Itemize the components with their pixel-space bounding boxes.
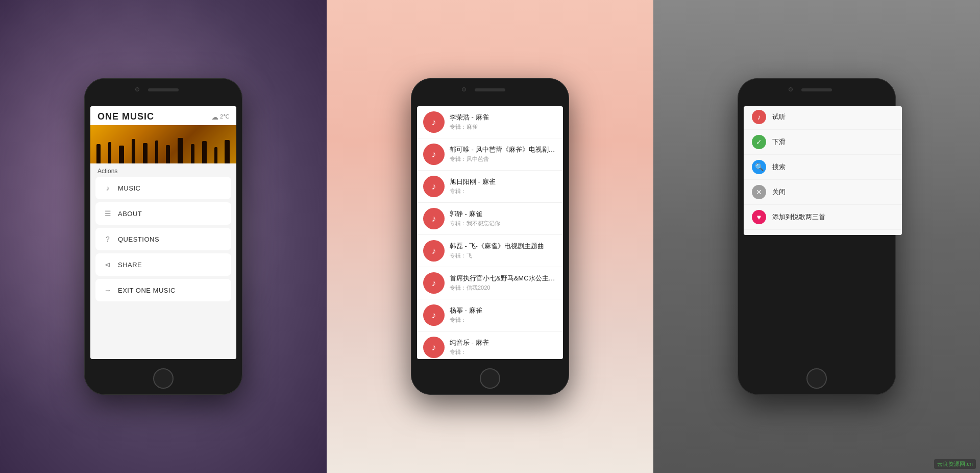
phone-2: ♪ 李荣浩 - 麻雀 专辑：麻雀 ♪ 郁可唯 - 风中芭蕾《麻雀》电视剧推广曲 …	[411, 78, 569, 395]
context-action-添加到悦歌两三首[interactable]: ♥ 添加到悦歌两三首	[744, 205, 902, 230]
song-icon: ♪	[423, 111, 445, 133]
song-album: 专辑：飞	[450, 252, 557, 259]
song-album: 专辑：	[450, 187, 557, 195]
phone-3: ♪ 李荣浩 - 麻雀 专辑：麻雀 ♪ 郁可唯 - 风中芭蕾《麻雀》电视剧推广曲 …	[738, 78, 896, 395]
silhouette	[225, 140, 230, 163]
song-album: 专辑：	[450, 348, 557, 356]
song-album: 专辑：信我2020	[450, 284, 557, 292]
menu-label: SHARE	[118, 261, 142, 269]
weather-display: ☁ 2℃	[211, 113, 229, 121]
context-action-label: 添加到悦歌两三首	[772, 212, 825, 222]
song-item[interactable]: ♪ 郭静 - 麻雀 专辑：我不想忘记你	[417, 203, 563, 235]
context-action-icon: ♪	[752, 110, 766, 124]
song-album: 专辑：	[450, 316, 557, 324]
phone-speaker-2	[475, 88, 505, 91]
silhouette	[143, 143, 148, 163]
weather-temp: 2℃	[220, 113, 229, 120]
song-info: 郁可唯 - 风中芭蕾《麻雀》电视剧推广曲 专辑：风中芭蕾	[450, 146, 557, 163]
song-info: 韩磊 - 飞-《麻雀》电视剧主题曲 专辑：飞	[450, 242, 557, 259]
menu-item-questions[interactable]: ? QUESTIONS	[95, 228, 231, 250]
song-album: 专辑：我不想忘记你	[450, 220, 557, 227]
song-info: 杨幂 - 麻雀 专辑：	[450, 306, 557, 324]
song-title: 旭日阳刚 - 麻雀	[450, 178, 557, 186]
actions-label: Actions	[90, 163, 236, 177]
context-action-icon: 🔍	[752, 160, 766, 174]
menu-item-share[interactable]: ⊲ SHARE	[95, 253, 231, 276]
silhouette	[96, 144, 101, 163]
song-item[interactable]: ♪ 旭日阳刚 - 麻雀 专辑：	[417, 171, 563, 203]
silhouette	[132, 139, 135, 163]
context-action-关闭[interactable]: ✕ 关闭	[744, 180, 902, 205]
phone-camera-3	[789, 87, 793, 91]
menu-label: ABOUT	[118, 210, 142, 218]
silhouette	[108, 142, 111, 163]
song-title: 首席执行官小七&野马&MC水公主&DJ小可 - 麻雀(热播版)	[450, 274, 557, 283]
context-action-label: 下滑	[772, 137, 786, 147]
song-icon: ♪	[423, 272, 445, 294]
phone-screen-2: ♪ 李荣浩 - 麻雀 专辑：麻雀 ♪ 郁可唯 - 风中芭蕾《麻雀》电视剧推广曲 …	[417, 106, 563, 359]
song-icon: ♪	[423, 208, 445, 229]
song-title: 杨幂 - 麻雀	[450, 306, 557, 315]
menu-item-music[interactable]: ♪ MUSIC	[95, 177, 231, 199]
panel-center: ♪ 李荣浩 - 麻雀 专辑：麻雀 ♪ 郁可唯 - 风中芭蕾《麻雀》电视剧推广曲 …	[327, 0, 653, 473]
phone-screen-3: ♪ 李荣浩 - 麻雀 专辑：麻雀 ♪ 郁可唯 - 风中芭蕾《麻雀》电视剧推广曲 …	[744, 106, 902, 235]
phone-home-button-3[interactable]	[806, 368, 827, 389]
context-menu: 李荣浩·麻雀 🍋 下载音乐 (320K没有会自动下载128K) ♪ 试听 ✓ 下…	[744, 106, 902, 235]
phone-home-button-2[interactable]	[480, 368, 500, 389]
phone-camera-2	[462, 87, 466, 91]
song-title: 纯音乐 - 麻雀	[450, 339, 557, 347]
banner-silhouettes	[90, 135, 236, 163]
menu-icon: ♪	[103, 183, 113, 193]
context-action-label: 关闭	[772, 187, 786, 197]
song-album: 专辑：麻雀	[450, 123, 557, 131]
context-actions: ♪ 试听 ✓ 下滑 🔍 搜索 ✕ 关闭 ♥ 添加到悦歌两三首	[744, 106, 902, 230]
song-item[interactable]: ♪ 李荣浩 - 麻雀 专辑：麻雀	[417, 106, 563, 138]
song-item[interactable]: ♪ 首席执行官小七&野马&MC水公主&DJ小可 - 麻雀(热播版) 专辑：信我2…	[417, 267, 563, 299]
menu-list: ♪ MUSIC ☰ ABOUT ? QUESTIONS ⊲ SHARE → EX…	[90, 177, 236, 301]
silhouette	[119, 146, 124, 163]
app-title: ONE MUSIC	[97, 111, 154, 122]
phone-screen-1: ONE MUSIC ☁ 2℃	[90, 106, 236, 359]
menu-label: EXIT ONE MUSIC	[118, 287, 176, 294]
phone-home-button[interactable]	[153, 368, 174, 389]
context-action-icon: ✓	[752, 135, 766, 149]
phone-speaker-3	[801, 88, 832, 91]
context-action-搜索[interactable]: 🔍 搜索	[744, 155, 902, 180]
silhouette	[214, 147, 217, 163]
menu-label: MUSIC	[118, 184, 140, 192]
silhouette	[178, 138, 183, 163]
context-action-下滑[interactable]: ✓ 下滑	[744, 130, 902, 155]
song-item[interactable]: ♪ 杨幂 - 麻雀 专辑：	[417, 299, 563, 332]
context-action-label: 试听	[772, 112, 786, 122]
phone-1: ONE MUSIC ☁ 2℃	[84, 78, 242, 395]
song-icon: ♪	[423, 304, 445, 326]
song-info: 旭日阳刚 - 麻雀 专辑：	[450, 178, 557, 195]
song-item[interactable]: ♪ 韩磊 - 飞-《麻雀》电视剧主题曲 专辑：飞	[417, 235, 563, 267]
song-title: 郁可唯 - 风中芭蕾《麻雀》电视剧推广曲	[450, 146, 557, 154]
song-item[interactable]: ♪ 郁可唯 - 风中芭蕾《麻雀》电视剧推广曲 专辑：风中芭蕾	[417, 138, 563, 171]
song-info: 纯音乐 - 麻雀 专辑：	[450, 339, 557, 356]
banner-image	[90, 125, 236, 163]
screen1-header: ONE MUSIC ☁ 2℃	[90, 106, 236, 125]
phone-speaker	[148, 88, 179, 91]
context-action-label: 搜索	[772, 162, 786, 172]
song-title: 韩磊 - 飞-《麻雀》电视剧主题曲	[450, 242, 557, 251]
silhouette	[191, 144, 194, 163]
menu-item-about[interactable]: ☰ ABOUT	[95, 202, 231, 225]
watermark: 云良资源网.cn	[934, 459, 976, 469]
song-info: 首席执行官小七&野马&MC水公主&DJ小可 - 麻雀(热播版) 专辑：信我202…	[450, 274, 557, 292]
song-album: 专辑：风中芭蕾	[450, 155, 557, 163]
menu-icon: ☰	[103, 208, 113, 219]
song-item[interactable]: ♪ 纯音乐 - 麻雀 专辑：	[417, 332, 563, 359]
song-info: 李荣浩 - 麻雀 专辑：麻雀	[450, 113, 557, 131]
song-icon: ♪	[423, 144, 445, 165]
song-title: 郭静 - 麻雀	[450, 210, 557, 219]
menu-icon: →	[103, 285, 113, 295]
menu-label: QUESTIONS	[118, 235, 159, 243]
menu-icon: ?	[103, 234, 113, 244]
song-list: ♪ 李荣浩 - 麻雀 专辑：麻雀 ♪ 郁可唯 - 风中芭蕾《麻雀》电视剧推广曲 …	[417, 106, 563, 359]
menu-item-exit-one-music[interactable]: → EXIT ONE MUSIC	[95, 279, 231, 301]
silhouette	[155, 140, 158, 163]
silhouette	[202, 141, 207, 163]
context-action-试听[interactable]: ♪ 试听	[744, 106, 902, 130]
